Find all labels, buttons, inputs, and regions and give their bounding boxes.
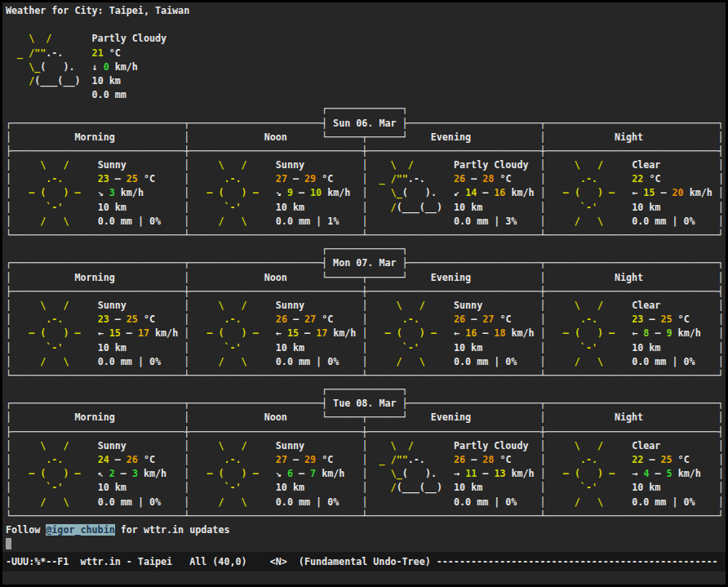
row-separator: ├──────────────────────────────┼────────…: [6, 145, 726, 158]
text-segment: [127, 202, 184, 213]
weather-icon: [373, 216, 447, 227]
precipitation-value: 0.0 mm: [92, 89, 127, 100]
text-segment: [270, 159, 276, 171]
page-title: Weather for City: Taipei, Taiwan: [6, 5, 189, 16]
temperature-value: °C: [138, 173, 155, 185]
text-segment: [448, 496, 454, 508]
text-segment: [87, 33, 92, 44]
text-segment: │: [540, 187, 546, 198]
precipitation-value: 0.0 mm | 0%: [632, 216, 695, 227]
text-segment: [546, 159, 552, 171]
text-segment: │: [718, 356, 724, 367]
wind-value: –: [477, 327, 494, 339]
weather-icon: `-': [552, 342, 626, 354]
weather-icon: / \: [552, 216, 626, 227]
forecast-row: │ `-' 10 km │ `-' 10 km │ /(___(__) 10 k…: [6, 201, 726, 215]
temperature-value: 27: [276, 173, 287, 185]
period-label: Night: [546, 272, 718, 283]
text-segment: [511, 454, 539, 465]
weather-icon: (___(__): [397, 202, 448, 213]
weather-icon: / \: [17, 496, 91, 508]
text-segment: [368, 468, 374, 479]
temperature-value: °C: [494, 454, 511, 465]
weather-icon: .-.: [552, 314, 626, 325]
temperature-value: 25: [127, 173, 138, 185]
wind-value: ↖: [98, 468, 109, 479]
temperature-value: 27: [276, 454, 287, 465]
blank-line: [6, 18, 726, 32]
day-box-top: ┌─────────────┐: [6, 383, 726, 397]
visibility-value: 10 km: [454, 482, 482, 493]
text-segment: │: [6, 342, 11, 354]
weather-icon: \ /: [17, 300, 91, 311]
text-cursor[interactable]: [6, 538, 11, 549]
text-segment: [695, 216, 718, 227]
text-segment: [270, 468, 276, 479]
text-segment: │: [540, 440, 546, 451]
text-segment: ├──────────────────────────────┼────────…: [6, 426, 724, 438]
follow-line: Follow @igor_chubin for wttr.in updates: [6, 523, 726, 537]
text-segment: │: [6, 216, 11, 227]
weather-icon: \ /: [373, 159, 447, 171]
visibility-value: 10 km: [454, 202, 482, 213]
terminal-window: Weather for City: Taipei, Taiwan \ / Par…: [0, 0, 728, 587]
text-segment: │: [540, 216, 546, 227]
text-segment: [92, 496, 98, 508]
temperature-value: 26: [454, 173, 465, 185]
text-segment: [6, 33, 11, 44]
temperature-value: –: [465, 314, 482, 325]
forecast-row: │ \ / Sunny │ \ / Sunny │ \ / Sunny │ \ …: [6, 299, 726, 313]
text-segment: [535, 468, 540, 479]
condition-label: Sunny: [276, 159, 304, 171]
precipitation-value: 0.0 mm | 0%: [276, 496, 339, 508]
temperature-value: –: [465, 173, 482, 185]
wind-value: 9: [287, 187, 293, 198]
precipitation-value: 0.0 mm | 0%: [454, 356, 517, 367]
text-segment: │: [540, 468, 546, 479]
weather-icon: – ( ) –: [195, 327, 269, 339]
wind-value: ↘: [276, 187, 287, 198]
twitter-handle-link[interactable]: @igor_chubin: [46, 524, 114, 536]
weather-icon: .-.: [17, 173, 91, 185]
precipitation-value: 0.0 mm | 0%: [98, 496, 161, 508]
text-segment: [660, 159, 717, 171]
text-segment: [87, 89, 92, 100]
temperature-value: 23: [632, 314, 643, 325]
wind-value: →: [632, 468, 643, 479]
wind-value: km/h: [327, 327, 356, 339]
cursor-line: [6, 537, 726, 551]
temperature-value: °C: [316, 173, 333, 185]
condition-label: Sunny: [98, 300, 127, 311]
weather-icon: (___(__): [397, 482, 448, 493]
text-segment: [511, 314, 539, 325]
weather-icon: \ /: [373, 300, 447, 311]
day-label: Mon 07. Mar: [333, 257, 396, 269]
temperature-value: °C: [138, 454, 155, 465]
weather-icon: \ /: [195, 159, 269, 171]
text-segment: [350, 187, 362, 198]
period-label: Noon: [189, 272, 322, 283]
text-segment: [339, 216, 362, 227]
wind-value: km/h: [684, 187, 712, 198]
text-segment: │: [718, 272, 724, 283]
forecast-row: │ \ / Sunny │ \ / Sunny │ \ / Partly Clo…: [6, 439, 726, 453]
wind-value: 11: [465, 468, 477, 479]
weather-icon: – ( ) –: [195, 187, 269, 198]
wind-value: 6: [287, 468, 293, 479]
text-segment: [161, 496, 184, 508]
weather-icon: /: [11, 75, 34, 87]
text-segment: [127, 300, 184, 311]
temperature-value: °C: [494, 314, 511, 325]
text-segment: │: [6, 468, 11, 479]
text-segment: [127, 440, 184, 451]
weather-icon: .-.: [374, 314, 448, 325]
visibility-value: 10 km: [454, 342, 482, 354]
wind-value: ←: [632, 187, 643, 198]
weather-icon: `-': [17, 482, 91, 493]
text-segment: │: [539, 131, 545, 143]
text-segment: [661, 173, 718, 185]
text-segment: │: [6, 327, 11, 339]
wind-value: 16: [465, 327, 477, 339]
text-segment: │: [718, 411, 724, 423]
wind-value: km/h: [322, 187, 350, 198]
